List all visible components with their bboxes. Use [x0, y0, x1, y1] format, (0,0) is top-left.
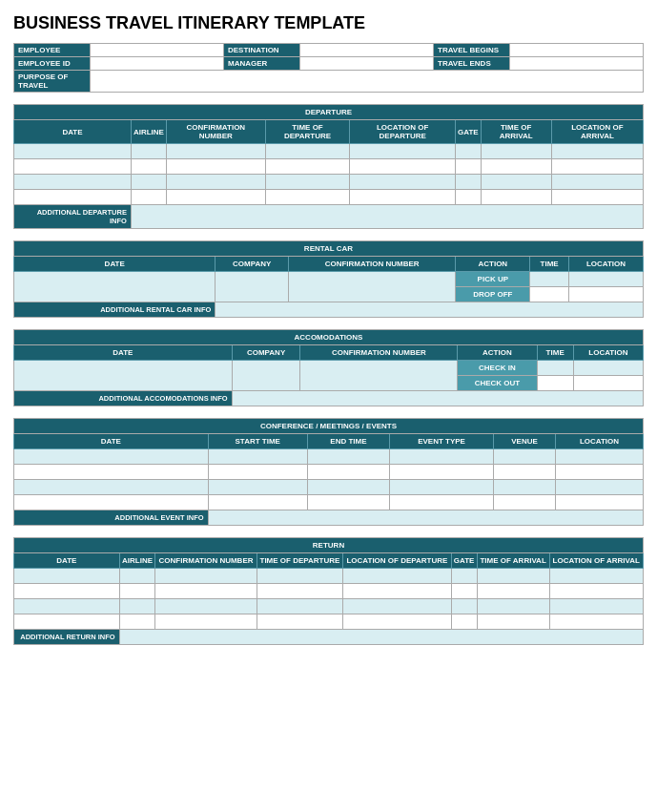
- ret-col-airline: AIRLINE: [119, 553, 155, 569]
- table-row: [14, 614, 644, 630]
- acc-col-action: ACTION: [458, 345, 537, 361]
- checkout-action: CHECK OUT: [458, 376, 537, 391]
- rc-col-confirmation: CONFIRMATION NUMBER: [288, 257, 455, 272]
- manager-label: MANAGER: [224, 57, 300, 71]
- destination-label: DESTINATION: [224, 44, 300, 57]
- purpose-label: PURPOSE OF TRAVEL: [14, 71, 91, 93]
- purpose-value: [91, 71, 644, 93]
- accommodations-footer-row: ADDITIONAL ACCOMODATIONS INFO: [14, 391, 644, 406]
- ret-col-loc-dep: LOCATION OF DEPARTURE: [343, 553, 451, 569]
- rental-car-header: RENTAL CAR: [14, 241, 644, 257]
- conference-additional-label: ADDITIONAL EVENT INFO: [14, 510, 209, 526]
- ret-col-time-dep: TIME OF DEPARTURE: [257, 553, 343, 569]
- dep-col-loc-arr: LOCATION OF ARRIVAL: [551, 120, 643, 144]
- pickup-action: PICK UP: [456, 272, 530, 287]
- conference-table: CONFERENCE / MEETINGS / EVENTS DATE STAR…: [13, 418, 644, 526]
- conference-footer-row: ADDITIONAL EVENT INFO: [14, 510, 644, 526]
- ret-col-gate: GATE: [451, 553, 477, 569]
- table-row: [14, 190, 644, 205]
- dep-col-time-dep: TIME OF DEPARTURE: [265, 120, 350, 144]
- acc-col-date: DATE: [14, 345, 233, 361]
- ret-col-date: DATE: [14, 553, 120, 569]
- conf-col-start-time: START TIME: [208, 434, 307, 449]
- ret-col-loc-arr: LOCATION OF ARRIVAL: [549, 553, 643, 569]
- conf-col-location: LOCATION: [555, 434, 643, 449]
- conference-additional-value: [208, 510, 643, 526]
- return-header: RETURN: [14, 538, 644, 553]
- table-row: [14, 584, 644, 599]
- conf-col-date: DATE: [14, 434, 209, 449]
- accommodations-header: ACCOMODATIONS: [14, 330, 644, 345]
- table-row: CHECK IN: [14, 361, 644, 376]
- departure-footer-row: ADDITIONAL DEPARTURE INFO: [14, 205, 644, 229]
- accommodations-additional-value: [232, 391, 643, 406]
- destination-value: [300, 44, 434, 57]
- dep-col-loc-dep: LOCATION OF DEPARTURE: [350, 120, 456, 144]
- checkin-action: CHECK IN: [458, 361, 537, 376]
- table-row: [14, 449, 644, 465]
- table-row: [14, 465, 644, 480]
- table-row: [14, 480, 644, 495]
- conf-col-event-type: EVENT TYPE: [390, 434, 494, 449]
- manager-value: [300, 57, 434, 71]
- table-row: PICK UP: [14, 272, 644, 287]
- dep-col-airline: AIRLINE: [131, 120, 166, 144]
- travel-begins-value: [510, 44, 644, 57]
- ret-col-time-arr: TIME OF ARRIVAL: [477, 553, 549, 569]
- accommodations-additional-label: ADDITIONAL ACCOMODATIONS INFO: [14, 391, 233, 406]
- rental-car-additional-label: ADDITIONAL RENTAL CAR INFO: [14, 302, 216, 318]
- rental-car-footer-row: ADDITIONAL RENTAL CAR INFO: [14, 302, 644, 318]
- ret-col-confirmation: CONFIRMATION NUMBER: [155, 553, 257, 569]
- travel-ends-label: TRAVEL ENDS: [434, 57, 510, 71]
- employee-id-value: [91, 57, 224, 71]
- return-table: RETURN DATE AIRLINE CONFIRMATION NUMBER …: [13, 537, 644, 645]
- return-additional-value: [119, 630, 643, 645]
- table-row: [14, 569, 644, 584]
- conf-col-end-time: END TIME: [307, 434, 389, 449]
- employee-id-label: EMPLOYEE ID: [14, 57, 91, 71]
- table-row: [14, 495, 644, 510]
- rc-col-action: ACTION: [456, 257, 530, 272]
- table-row: [14, 159, 644, 175]
- acc-col-confirmation: CONFIRMATION NUMBER: [300, 345, 458, 361]
- conf-col-venue: VENUE: [494, 434, 556, 449]
- dropoff-action: DROP OFF: [456, 287, 530, 302]
- table-row: [14, 144, 644, 159]
- rc-col-company: COMPANY: [216, 257, 288, 272]
- rc-col-location: LOCATION: [568, 257, 643, 272]
- travel-begins-label: TRAVEL BEGINS: [434, 44, 510, 57]
- return-footer-row: ADDITIONAL RETURN INFO: [14, 630, 644, 645]
- table-row: [14, 599, 644, 614]
- accommodations-table: ACCOMODATIONS DATE COMPANY CONFIRMATION …: [13, 329, 644, 406]
- rc-col-time: TIME: [530, 257, 569, 272]
- travel-ends-value: [510, 57, 644, 71]
- page-title: BUSINESS TRAVEL ITINERARY TEMPLATE: [13, 13, 644, 33]
- acc-col-time: TIME: [537, 345, 573, 361]
- departure-additional-value: [131, 205, 643, 229]
- dep-col-time-arr: TIME OF ARRIVAL: [481, 120, 551, 144]
- employee-value: [91, 44, 224, 57]
- departure-table: DEPARTURE DATE AIRLINE CONFIRMATION NUMB…: [13, 104, 644, 229]
- conference-header: CONFERENCE / MEETINGS / EVENTS: [14, 419, 644, 434]
- departure-header: DEPARTURE: [14, 105, 644, 120]
- employee-label: EMPLOYEE: [14, 44, 91, 57]
- departure-additional-label: ADDITIONAL DEPARTURE INFO: [14, 205, 132, 229]
- rental-car-additional-value: [216, 302, 644, 318]
- dep-col-gate: GATE: [456, 120, 482, 144]
- return-additional-label: ADDITIONAL RETURN INFO: [14, 630, 120, 645]
- table-row: [14, 175, 644, 190]
- rc-col-date: DATE: [14, 257, 216, 272]
- dep-col-date: DATE: [14, 120, 132, 144]
- rental-car-table: RENTAL CAR DATE COMPANY CONFIRMATION NUM…: [13, 240, 644, 318]
- info-table: EMPLOYEE DESTINATION TRAVEL BEGINS EMPLO…: [13, 43, 644, 93]
- acc-col-company: COMPANY: [232, 345, 300, 361]
- acc-col-location: LOCATION: [573, 345, 643, 361]
- dep-col-confirmation: CONFIRMATION NUMBER: [166, 120, 265, 144]
